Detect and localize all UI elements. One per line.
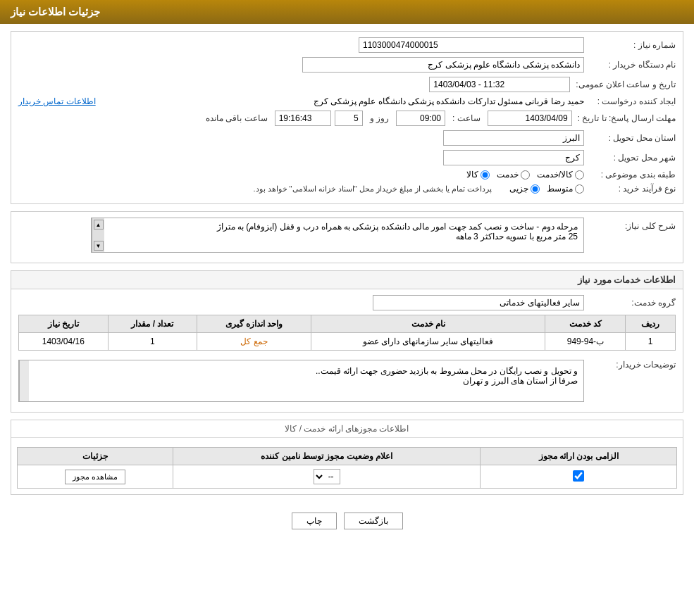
radio-khedmat[interactable]	[521, 170, 530, 180]
city-input[interactable]	[443, 150, 584, 165]
bottom-buttons: بازگشت چاپ	[11, 502, 683, 540]
permit-col-required: الزامی بودن ارائه مجوز	[481, 448, 677, 465]
notes-scrollbar	[19, 360, 29, 401]
province-input[interactable]	[443, 130, 584, 146]
need-number-label: شماره نیاز :	[584, 40, 676, 50]
info-section: شماره نیاز : نام دستگاه خریدار : تاریخ و…	[11, 31, 683, 204]
deadline-row: مهلت ارسال پاسخ: تا تاریخ : ساعت : روز و…	[18, 111, 676, 126]
buyer-name-input[interactable]	[302, 57, 584, 73]
notes-content: و تحویل و نصب رایگان در محل مشروط به باز…	[25, 366, 578, 386]
radio-partial-label: جزیی	[509, 184, 528, 194]
description-container: مرحله دوم - ساخت و نصب کمد جهت امور مالی…	[18, 218, 584, 253]
province-label: استان محل تحویل :	[584, 133, 676, 143]
radio-khedmat-label: خدمت	[497, 170, 519, 180]
permit-required-cell	[481, 465, 677, 489]
province-row: استان محل تحویل :	[18, 130, 676, 146]
deadline-values: ساعت : روز و ساعت باقی مانده	[202, 111, 572, 126]
cell-name: فعالیتهای سایر سازمانهای دارای عضو	[311, 333, 545, 351]
permit-required-checkbox[interactable]	[573, 470, 584, 482]
category-radio-khedmat: خدمت	[497, 170, 530, 180]
service-group-row: گروه خدمت:	[18, 295, 676, 310]
type-radio-medium: متوسط	[547, 184, 584, 194]
buyer-name-row: نام دستگاه خریدار :	[18, 57, 676, 73]
cell-qty: 1	[108, 333, 197, 351]
page-wrapper: جزئیات اطلاعات نیاز شماره نیاز : نام دست…	[0, 0, 694, 616]
purchase-type-note: پرداخت تمام یا بخشی از مبلغ خریداز محل "…	[253, 184, 492, 194]
permit-status-select[interactable]: --	[314, 469, 340, 484]
cell-code: ب-94-949	[545, 333, 626, 351]
description-label: شرح کلی نیاز:	[584, 218, 676, 231]
radio-kala-khedmat-label: کالا/خدمت	[537, 170, 573, 180]
permits-content: الزامی بودن ارائه مجوز اعلام وضعیت مجوز …	[11, 438, 683, 494]
col-code: کد خدمت	[545, 315, 626, 333]
view-permit-button[interactable]: مشاهده مجوز	[65, 470, 125, 484]
col-unit: واحد اندازه گیری	[197, 315, 311, 333]
print-button[interactable]: چاپ	[292, 513, 337, 529]
services-title: اطلاعات خدمات مورد نیاز	[11, 271, 683, 289]
category-row: طبقه بندی موضوعی : کالا/خدمت خدمت کال	[18, 170, 676, 180]
col-date: تاریخ نیاز	[19, 315, 109, 333]
permits-section: اطلاعات مجوزهای ارائه خدمت / کالا الزامی…	[11, 420, 683, 495]
time-label: ساعت :	[452, 113, 481, 123]
col-name: نام خدمت	[311, 315, 545, 333]
cell-row: 1	[626, 333, 676, 351]
contact-link[interactable]: اطلاعات تماس خریدار	[18, 96, 96, 106]
table-row: 1 ب-94-949 فعالیتهای سایر سازمانهای دارا…	[19, 333, 676, 351]
city-label: شهر محل تحویل :	[584, 153, 676, 163]
cell-unit: جمع کل	[197, 333, 311, 351]
permit-status-cell: --	[173, 465, 480, 489]
remaining-input[interactable]	[275, 111, 331, 126]
description-section: شرح کلی نیاز: مرحله دوم - ساخت و نصب کمد…	[11, 211, 683, 263]
description-row: شرح کلی نیاز: مرحله دوم - ساخت و نصب کمد…	[18, 218, 676, 253]
category-label: طبقه بندی موضوعی :	[584, 170, 676, 180]
radio-partial[interactable]	[531, 184, 540, 194]
need-number-input[interactable]	[359, 37, 584, 53]
notes-row: توضیحات خریدار: و تحویل و نصب رایگان در …	[18, 356, 676, 402]
description-text-box: مرحله دوم - ساخت و نصب کمد جهت امور مالی…	[91, 218, 584, 253]
creator-row: ایجاد کننده درخواست : حمید رضا قربانی مس…	[18, 96, 676, 106]
notes-box: و تحویل و نصب رایگان در محل مشروط به باز…	[18, 360, 584, 402]
services-table: ردیف کد خدمت نام خدمت واحد اندازه گیری ت…	[18, 315, 676, 351]
category-radio-kala: کالا	[466, 170, 490, 180]
announcement-label: تاریخ و ساعت اعلان عمومی:	[570, 80, 676, 89]
services-section: اطلاعات خدمات مورد نیاز گروه خدمت: ردیف …	[11, 270, 683, 413]
page-title: جزئیات اطلاعات نیاز	[11, 6, 100, 18]
radio-medium[interactable]	[575, 184, 584, 194]
services-form: گروه خدمت: ردیف کد خدمت نام خدمت واحد ان…	[11, 289, 683, 412]
permit-col-details: جزئیات	[18, 448, 173, 465]
buyer-name-label: نام دستگاه خریدار :	[584, 60, 676, 70]
creator-value: حمید رضا قربانی مسئول تدارکات دانشکده پز…	[103, 96, 584, 106]
page-header: جزئیات اطلاعات نیاز	[0, 0, 694, 24]
back-button[interactable]: بازگشت	[344, 513, 403, 529]
creator-label: ایجاد کننده درخواست :	[584, 96, 676, 106]
purchase-type-radio-group: متوسط جزیی پرداخت تمام یا بخشی از مبلغ خ…	[253, 184, 584, 194]
city-row: شهر محل تحویل :	[18, 150, 676, 165]
announcement-input[interactable]	[429, 77, 570, 92]
content-area: شماره نیاز : نام دستگاه خریدار : تاریخ و…	[0, 24, 694, 547]
purchase-type-label: نوع فرآیند خرید :	[584, 184, 676, 194]
response-time-input[interactable]	[396, 111, 445, 126]
remaining-label: ساعت باقی مانده	[206, 113, 268, 123]
radio-kala[interactable]	[481, 170, 490, 180]
deadline-label: مهلت ارسال پاسخ: تا تاریخ :	[572, 113, 676, 123]
info-form: شماره نیاز : نام دستگاه خریدار : تاریخ و…	[11, 32, 683, 203]
permit-col-status: اعلام وضعیت مجوز توسط نامین کننده	[173, 448, 480, 465]
response-date-input[interactable]	[488, 111, 572, 126]
scroll-up-btn[interactable]: ▲	[94, 220, 104, 230]
notes-line2: صرفا از استان های البرز و تهران	[35, 376, 578, 386]
radio-kala-khedmat[interactable]	[575, 170, 584, 180]
description-line1: مرحله دوم - ساخت و نصب کمد جهت امور مالی…	[110, 222, 578, 232]
permits-table: الزامی بودن ارائه مجوز اعلام وضعیت مجوز …	[17, 447, 677, 489]
radio-kala-label: کالا	[466, 170, 478, 180]
notes-line1: و تحویل و نصب رایگان در محل مشروط به باز…	[35, 366, 578, 376]
cell-date: 1403/04/16	[19, 333, 109, 351]
col-qty: تعداد / مقدار	[108, 315, 197, 333]
response-days-input[interactable]	[335, 111, 363, 126]
type-radio-partial: جزیی	[509, 184, 540, 194]
permits-subtitle: اطلاعات مجوزهای ارائه خدمت / کالا	[11, 420, 683, 438]
service-group-input[interactable]	[373, 295, 584, 310]
description-line2: 25 متر مربع با تسویه حداکثر 3 ماهه	[110, 232, 578, 241]
purchase-type-row: نوع فرآیند خرید : متوسط جزیی پرداخت تمام…	[18, 184, 676, 194]
permit-details-cell: مشاهده مجوز	[18, 465, 173, 489]
scroll-down-btn[interactable]: ▼	[94, 241, 104, 251]
